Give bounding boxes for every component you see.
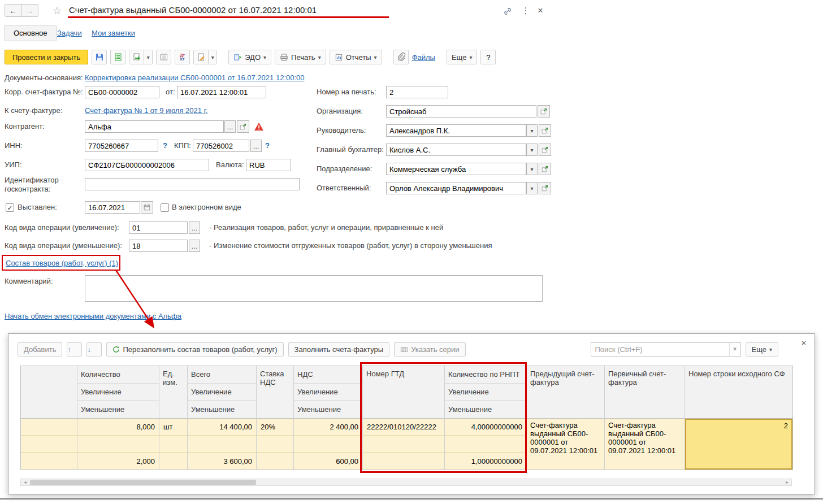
inn-help-icon[interactable]: ?	[163, 140, 167, 152]
cell-rnpt-increase[interactable]: 4,00000000000	[445, 419, 526, 436]
uip-input[interactable]	[85, 159, 209, 171]
comment-input[interactable]	[85, 275, 543, 302]
issued-date-input[interactable]	[85, 201, 140, 214]
base-docs-link[interactable]: Корректировка реализации СБ00-000001 от …	[85, 72, 305, 84]
cell-quantity-decrease[interactable]: 2,000	[77, 453, 159, 470]
department-open-button[interactable]	[539, 163, 551, 175]
rnpt-decrease-header[interactable]: Уменьшение	[445, 401, 526, 418]
organization-open-button[interactable]	[538, 105, 550, 118]
cell-primary-invoice[interactable]: Счет-фактура выданный СБ00-0000001 от 09…	[605, 419, 685, 470]
print-button[interactable]: Печать▾	[275, 50, 326, 64]
move-down-button[interactable]: ↓	[86, 342, 102, 357]
counterparty-open-button[interactable]	[237, 120, 249, 133]
search-clear-button[interactable]: ×	[729, 343, 740, 356]
vat-decrease-header[interactable]: Уменьшение	[294, 401, 362, 418]
primary-invoice-header[interactable]: Первичный счет-фактура	[605, 366, 685, 419]
issued-checkbox[interactable]: ✓	[6, 203, 14, 212]
vat-rate-header[interactable]: Ставка НДС	[257, 366, 293, 419]
quantity-header[interactable]: Количество	[77, 366, 159, 384]
cell-quantity-increase[interactable]: 8,000	[77, 419, 159, 436]
help-button[interactable]: ?	[480, 50, 496, 64]
previous-invoice-header[interactable]: Предыдущий счет-фактура	[527, 366, 604, 419]
cell-gtd-number[interactable]: 22222/010120/22222	[363, 419, 444, 436]
quantity-decrease-header[interactable]: Уменьшение	[77, 401, 159, 418]
director-input[interactable]	[386, 124, 526, 137]
scroll-right-button[interactable]: ►	[783, 479, 791, 485]
cell-rnpt-decrease[interactable]: 1,00000000000	[445, 453, 526, 470]
tab-main[interactable]: Основное	[5, 25, 57, 41]
post-and-close-button[interactable]: Провести и закрыть	[5, 50, 88, 64]
corr-date-input[interactable]	[177, 86, 266, 98]
responsible-input[interactable]	[386, 182, 526, 194]
change-document-button[interactable]	[193, 50, 209, 64]
gov-contract-input[interactable]	[85, 178, 300, 190]
total-decrease-header[interactable]: Уменьшение	[188, 401, 256, 418]
dt-kt-button[interactable]: ДтКт	[175, 50, 190, 64]
unit-header[interactable]: Ед. изм.	[159, 366, 187, 419]
horizontal-scrollbar[interactable]: ◄ ►	[20, 479, 792, 486]
post-document-button[interactable]	[110, 50, 125, 64]
cell-source-line-number[interactable]: 2	[685, 419, 792, 470]
specify-series-button[interactable]: Указать серии	[394, 342, 465, 357]
vat-increase-header[interactable]: Увеличение	[294, 384, 362, 401]
change-document-dropdown[interactable]: ▾	[209, 50, 217, 64]
total-header[interactable]: Всего	[188, 366, 256, 384]
electronic-checkbox[interactable]	[161, 203, 169, 212]
source-line-number-header[interactable]: Номер строки исходного СФ	[685, 366, 792, 419]
reports-button[interactable]: Отчеты▾	[330, 50, 382, 64]
cell-unit[interactable]: шт	[159, 419, 187, 436]
kpp-help-icon[interactable]: ?	[265, 140, 270, 152]
scroll-left-button[interactable]: ◄	[21, 479, 29, 485]
more-button[interactable]: Еще▾	[447, 50, 477, 64]
currency-input[interactable]	[246, 159, 291, 171]
inn-input[interactable]	[85, 140, 158, 152]
chief-accountant-input[interactable]	[386, 144, 526, 156]
kpp-input[interactable]	[193, 140, 249, 152]
to-invoice-link[interactable]: Счет-фактура № 1 от 9 июля 2021 г.	[85, 105, 207, 117]
cell-total-increase[interactable]: 14 400,00	[188, 419, 256, 436]
total-increase-header[interactable]: Увеличение	[188, 384, 256, 401]
favorite-star-icon[interactable]: ☆	[53, 5, 62, 17]
issued-date-calendar-button[interactable]	[141, 201, 153, 214]
start-edo-exchange-link[interactable]: Начать обмен электронными документами с …	[5, 310, 181, 323]
op-code-decrease-input[interactable]	[129, 240, 188, 252]
op-code-increase-input[interactable]	[129, 221, 188, 234]
cell-vat-decrease[interactable]: 600,00	[294, 453, 362, 470]
chief-accountant-dropdown[interactable]: ▾	[526, 144, 538, 156]
search-input[interactable]	[591, 343, 729, 356]
attachments-button[interactable]	[393, 50, 409, 64]
save-button[interactable]	[92, 50, 107, 64]
op-code-increase-choose-button[interactable]: ...	[189, 221, 200, 234]
kpp-choose-button[interactable]: ...	[250, 140, 262, 152]
vat-header[interactable]: НДС	[294, 366, 362, 384]
copy-link-button[interactable]	[501, 5, 514, 18]
director-dropdown[interactable]: ▾	[526, 124, 538, 137]
fill-invoices-button[interactable]: Заполнить счета-фактуры	[288, 342, 390, 357]
tab-tasks[interactable]: Задачи	[57, 29, 82, 37]
register-records-button[interactable]	[156, 50, 171, 64]
create-based-on-dropdown[interactable]: ▾	[144, 50, 153, 64]
cell-total-decrease[interactable]: 3 600,00	[188, 453, 256, 470]
create-based-on-button[interactable]	[129, 50, 144, 64]
panel-more-button[interactable]: Еще▾	[746, 342, 778, 357]
cell-vat-increase[interactable]: 2 400,00	[294, 419, 362, 436]
department-dropdown[interactable]: ▾	[526, 163, 538, 175]
chief-accountant-open-button[interactable]	[539, 144, 551, 156]
edo-button[interactable]: ЭДО▾	[228, 50, 271, 64]
responsible-open-button[interactable]	[539, 182, 551, 194]
forward-button[interactable]: →	[21, 4, 38, 17]
window-close-button[interactable]: ×	[534, 4, 547, 18]
op-code-decrease-choose-button[interactable]: ...	[189, 240, 200, 252]
scrollbar-thumb[interactable]	[30, 480, 256, 485]
panel-close-button[interactable]: ×	[798, 336, 810, 349]
tab-my-notes[interactable]: Мои заметки	[92, 29, 135, 37]
cell-previous-invoice[interactable]: Счет-фактура выданный СБ00-0000001 от 09…	[527, 419, 604, 470]
move-up-button[interactable]: ↑	[67, 342, 82, 357]
rnpt-increase-header[interactable]: Увеличение	[445, 384, 526, 401]
rnpt-quantity-header[interactable]: Количество по РНПТ	[445, 366, 526, 384]
window-menu-button[interactable]: ⋮	[519, 4, 532, 18]
files-link[interactable]: Файлы	[412, 53, 435, 62]
counterparty-choose-button[interactable]: ...	[224, 120, 236, 133]
back-button[interactable]: ←	[5, 4, 21, 17]
add-row-button[interactable]: Добавить	[18, 342, 62, 357]
